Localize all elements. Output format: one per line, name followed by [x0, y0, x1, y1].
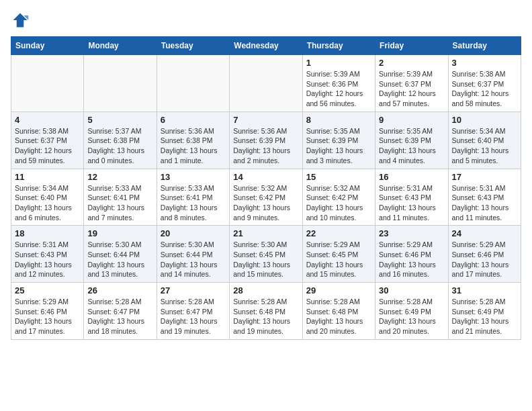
- day-info: Sunrise: 5:32 AM Sunset: 6:42 PM Dayligh…: [233, 183, 298, 223]
- calendar-week-row: 18Sunrise: 5:31 AM Sunset: 6:43 PM Dayli…: [11, 226, 521, 283]
- calendar-day-cell: 7Sunrise: 5:36 AM Sunset: 6:39 PM Daylig…: [230, 111, 302, 169]
- calendar-day-cell: 2Sunrise: 5:39 AM Sunset: 6:37 PM Daylig…: [375, 55, 448, 112]
- calendar-day-cell: 3Sunrise: 5:38 AM Sunset: 6:37 PM Daylig…: [448, 55, 521, 112]
- day-info: Sunrise: 5:29 AM Sunset: 6:46 PM Dayligh…: [379, 240, 444, 279]
- day-number: 27: [161, 285, 226, 295]
- day-number: 20: [161, 228, 226, 238]
- day-info: Sunrise: 5:37 AM Sunset: 6:38 PM Dayligh…: [87, 126, 152, 166]
- calendar-day-cell: [157, 55, 229, 112]
- day-info: Sunrise: 5:31 AM Sunset: 6:43 PM Dayligh…: [452, 183, 517, 223]
- weekday-header: Saturday: [448, 37, 521, 55]
- day-info: Sunrise: 5:31 AM Sunset: 6:43 PM Dayligh…: [379, 183, 444, 223]
- day-number: 7: [233, 115, 298, 125]
- calendar-day-cell: 26Sunrise: 5:28 AM Sunset: 6:47 PM Dayli…: [84, 283, 157, 340]
- day-info: Sunrise: 5:34 AM Sunset: 6:40 PM Dayligh…: [15, 183, 80, 223]
- day-number: 8: [306, 115, 371, 125]
- calendar-day-cell: 20Sunrise: 5:30 AM Sunset: 6:44 PM Dayli…: [157, 226, 229, 283]
- day-info: Sunrise: 5:32 AM Sunset: 6:42 PM Dayligh…: [306, 183, 371, 223]
- day-info: Sunrise: 5:28 AM Sunset: 6:49 PM Dayligh…: [452, 297, 517, 336]
- day-info: Sunrise: 5:39 AM Sunset: 6:37 PM Dayligh…: [379, 69, 444, 109]
- calendar-day-cell: 13Sunrise: 5:33 AM Sunset: 6:41 PM Dayli…: [157, 169, 229, 226]
- day-number: 29: [306, 285, 371, 295]
- day-info: Sunrise: 5:28 AM Sunset: 6:47 PM Dayligh…: [161, 297, 226, 336]
- day-info: Sunrise: 5:35 AM Sunset: 6:39 PM Dayligh…: [379, 126, 444, 166]
- day-info: Sunrise: 5:30 AM Sunset: 6:45 PM Dayligh…: [233, 240, 298, 279]
- day-number: 4: [15, 115, 80, 125]
- calendar-header-row: SundayMondayTuesdayWednesdayThursdayFrid…: [11, 37, 521, 55]
- calendar-day-cell: 4Sunrise: 5:38 AM Sunset: 6:37 PM Daylig…: [11, 111, 84, 169]
- page-header: [11, 11, 521, 30]
- calendar-day-cell: 29Sunrise: 5:28 AM Sunset: 6:48 PM Dayli…: [302, 283, 375, 340]
- day-number: 1: [306, 58, 371, 68]
- weekday-header: Tuesday: [157, 37, 229, 55]
- day-info: Sunrise: 5:38 AM Sunset: 6:37 PM Dayligh…: [452, 69, 517, 109]
- day-number: 10: [452, 115, 517, 125]
- calendar-day-cell: 19Sunrise: 5:30 AM Sunset: 6:44 PM Dayli…: [84, 226, 157, 283]
- day-number: 9: [379, 115, 444, 125]
- calendar-day-cell: [230, 55, 302, 112]
- day-number: 12: [87, 172, 152, 182]
- day-number: 24: [452, 228, 517, 238]
- calendar-day-cell: [11, 55, 84, 112]
- logo-icon: [11, 11, 30, 30]
- calendar-week-row: 1Sunrise: 5:39 AM Sunset: 6:36 PM Daylig…: [11, 55, 521, 112]
- day-info: Sunrise: 5:36 AM Sunset: 6:38 PM Dayligh…: [161, 126, 226, 166]
- calendar-day-cell: 23Sunrise: 5:29 AM Sunset: 6:46 PM Dayli…: [375, 226, 448, 283]
- weekday-header: Sunday: [11, 37, 84, 55]
- calendar-day-cell: 11Sunrise: 5:34 AM Sunset: 6:40 PM Dayli…: [11, 169, 84, 226]
- svg-marker-0: [13, 13, 28, 28]
- calendar-week-row: 25Sunrise: 5:29 AM Sunset: 6:46 PM Dayli…: [11, 283, 521, 340]
- calendar-day-cell: 9Sunrise: 5:35 AM Sunset: 6:39 PM Daylig…: [375, 111, 448, 169]
- calendar-day-cell: 5Sunrise: 5:37 AM Sunset: 6:38 PM Daylig…: [84, 111, 157, 169]
- day-info: Sunrise: 5:30 AM Sunset: 6:44 PM Dayligh…: [161, 240, 226, 279]
- logo: [11, 11, 32, 30]
- calendar-table: SundayMondayTuesdayWednesdayThursdayFrid…: [11, 36, 521, 340]
- day-number: 31: [452, 285, 517, 295]
- day-number: 16: [379, 172, 444, 182]
- calendar-day-cell: 31Sunrise: 5:28 AM Sunset: 6:49 PM Dayli…: [448, 283, 521, 340]
- day-number: 18: [15, 228, 80, 238]
- day-number: 3: [452, 58, 517, 68]
- day-info: Sunrise: 5:33 AM Sunset: 6:41 PM Dayligh…: [161, 183, 226, 223]
- day-info: Sunrise: 5:33 AM Sunset: 6:41 PM Dayligh…: [87, 183, 152, 223]
- day-number: 17: [452, 172, 517, 182]
- weekday-header: Friday: [375, 37, 448, 55]
- day-number: 25: [15, 285, 80, 295]
- calendar-week-row: 4Sunrise: 5:38 AM Sunset: 6:37 PM Daylig…: [11, 111, 521, 169]
- calendar-day-cell: 22Sunrise: 5:29 AM Sunset: 6:45 PM Dayli…: [302, 226, 375, 283]
- calendar-day-cell: 1Sunrise: 5:39 AM Sunset: 6:36 PM Daylig…: [302, 55, 375, 112]
- calendar-day-cell: 25Sunrise: 5:29 AM Sunset: 6:46 PM Dayli…: [11, 283, 84, 340]
- day-info: Sunrise: 5:30 AM Sunset: 6:44 PM Dayligh…: [87, 240, 152, 279]
- calendar-day-cell: 30Sunrise: 5:28 AM Sunset: 6:49 PM Dayli…: [375, 283, 448, 340]
- day-info: Sunrise: 5:28 AM Sunset: 6:48 PM Dayligh…: [233, 297, 298, 336]
- calendar-day-cell: 27Sunrise: 5:28 AM Sunset: 6:47 PM Dayli…: [157, 283, 229, 340]
- day-number: 15: [306, 172, 371, 182]
- calendar-day-cell: 18Sunrise: 5:31 AM Sunset: 6:43 PM Dayli…: [11, 226, 84, 283]
- day-info: Sunrise: 5:34 AM Sunset: 6:40 PM Dayligh…: [452, 126, 517, 166]
- calendar-day-cell: 10Sunrise: 5:34 AM Sunset: 6:40 PM Dayli…: [448, 111, 521, 169]
- day-number: 19: [87, 228, 152, 238]
- day-info: Sunrise: 5:35 AM Sunset: 6:39 PM Dayligh…: [306, 126, 371, 166]
- calendar-day-cell: 17Sunrise: 5:31 AM Sunset: 6:43 PM Dayli…: [448, 169, 521, 226]
- day-info: Sunrise: 5:29 AM Sunset: 6:46 PM Dayligh…: [452, 240, 517, 279]
- day-number: 14: [233, 172, 298, 182]
- day-number: 6: [161, 115, 226, 125]
- calendar-week-row: 11Sunrise: 5:34 AM Sunset: 6:40 PM Dayli…: [11, 169, 521, 226]
- day-number: 23: [379, 228, 444, 238]
- day-number: 28: [233, 285, 298, 295]
- day-number: 22: [306, 228, 371, 238]
- weekday-header: Thursday: [302, 37, 375, 55]
- day-info: Sunrise: 5:36 AM Sunset: 6:39 PM Dayligh…: [233, 126, 298, 166]
- calendar-day-cell: 8Sunrise: 5:35 AM Sunset: 6:39 PM Daylig…: [302, 111, 375, 169]
- day-number: 2: [379, 58, 444, 68]
- day-info: Sunrise: 5:28 AM Sunset: 6:47 PM Dayligh…: [87, 297, 152, 336]
- day-info: Sunrise: 5:39 AM Sunset: 6:36 PM Dayligh…: [306, 69, 371, 109]
- day-number: 21: [233, 228, 298, 238]
- calendar-day-cell: 16Sunrise: 5:31 AM Sunset: 6:43 PM Dayli…: [375, 169, 448, 226]
- calendar-day-cell: 15Sunrise: 5:32 AM Sunset: 6:42 PM Dayli…: [302, 169, 375, 226]
- weekday-header: Monday: [84, 37, 157, 55]
- day-info: Sunrise: 5:38 AM Sunset: 6:37 PM Dayligh…: [15, 126, 80, 166]
- day-info: Sunrise: 5:28 AM Sunset: 6:48 PM Dayligh…: [306, 297, 371, 336]
- day-number: 5: [87, 115, 152, 125]
- day-info: Sunrise: 5:29 AM Sunset: 6:45 PM Dayligh…: [306, 240, 371, 279]
